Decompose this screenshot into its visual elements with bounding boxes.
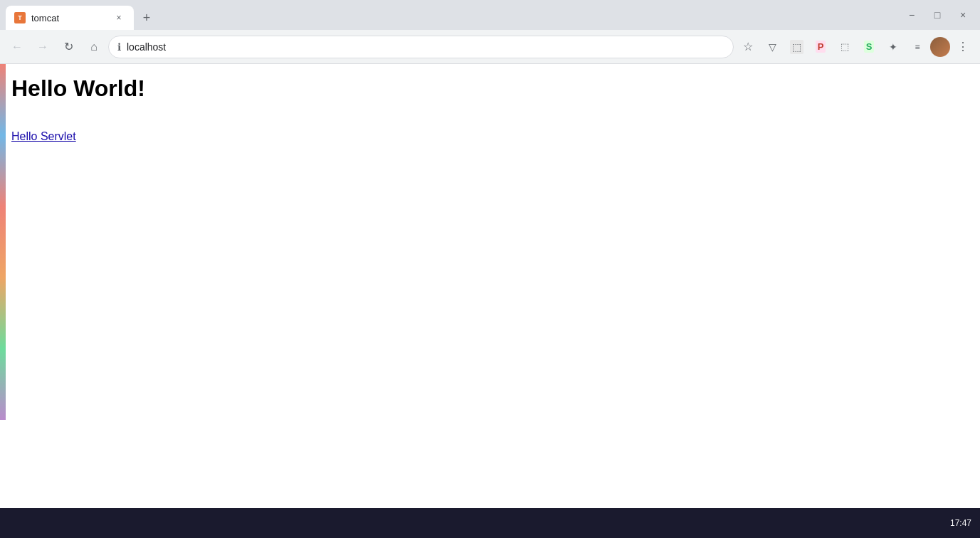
puzzle-symbol: ✦ <box>889 41 897 53</box>
reading-symbol: ⬚ <box>790 40 804 54</box>
taskbar: 17:47 <box>0 508 980 538</box>
info-icon: ℹ <box>117 41 121 53</box>
ppt-symbol: P <box>816 41 826 53</box>
maximize-button[interactable]: □ <box>926 4 949 26</box>
profile-avatar[interactable] <box>930 37 950 57</box>
title-bar: T tomcat × + − □ × <box>0 0 980 30</box>
taskbar-time: 17:47 <box>950 518 971 528</box>
adblock-icon[interactable]: ▽ <box>761 36 784 58</box>
tabs-area: T tomcat × + <box>6 0 900 30</box>
sheets-ext-icon[interactable]: S <box>858 36 880 58</box>
url-text: localhost <box>127 41 725 53</box>
minimize-button[interactable]: − <box>900 4 923 26</box>
toolbar-icons: ☆ ▽ ⬚ P ⬚ S ✦ ≡ ⋮ <box>737 36 974 58</box>
tab-close-button[interactable]: × <box>112 11 125 24</box>
new-tab-button[interactable]: + <box>137 8 157 28</box>
tab-favicon: T <box>14 12 26 23</box>
sheets-symbol: S <box>864 41 875 53</box>
cast-symbol: ≡ <box>915 42 920 52</box>
bookmark-button[interactable]: ☆ <box>737 36 759 58</box>
reload-button[interactable]: ↻ <box>57 36 80 58</box>
cast-icon[interactable]: ≡ <box>906 36 929 58</box>
home-button[interactable]: ⌂ <box>83 36 105 58</box>
address-bar[interactable]: ℹ localhost <box>108 36 734 58</box>
tab-title: tomcat <box>31 13 107 23</box>
left-edge-decoration <box>0 64 6 420</box>
hello-servlet-link[interactable]: Hello Servlet <box>11 130 76 142</box>
page-heading: Hello World! <box>11 75 969 102</box>
puzzle-ext-icon[interactable]: ✦ <box>882 36 905 58</box>
reading-list-icon[interactable]: ⬚ <box>785 36 808 58</box>
window-controls: − □ × <box>900 4 974 26</box>
screen-symbol: ⬚ <box>841 41 849 52</box>
active-tab[interactable]: T tomcat × <box>6 6 134 30</box>
back-button[interactable]: ← <box>6 36 28 58</box>
screen-share-icon[interactable]: ⬚ <box>833 36 856 58</box>
navigation-bar: ← → ↻ ⌂ ℹ localhost ☆ ▽ ⬚ P ⬚ S <box>0 30 980 64</box>
adblock-symbol: ▽ <box>769 41 776 53</box>
page-content: Hello World! Hello Servlet <box>0 64 980 508</box>
browser-window: T tomcat × + − □ × ← → ↻ ⌂ ℹ localhost ☆… <box>0 0 980 538</box>
close-button[interactable]: × <box>952 4 974 26</box>
powerpoint-ext-icon[interactable]: P <box>809 36 832 58</box>
forward-button[interactable]: → <box>31 36 54 58</box>
chrome-menu-button[interactable]: ⋮ <box>952 36 974 58</box>
